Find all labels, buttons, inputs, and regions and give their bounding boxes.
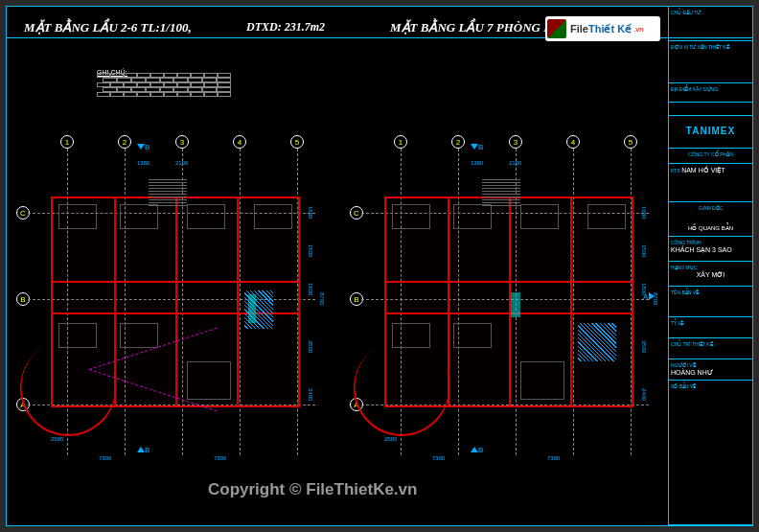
tb-owner-label: CHỦ ĐẦU TƯ: xyxy=(671,10,750,15)
furniture xyxy=(187,361,231,400)
notes-block: GHI CHÚ: xyxy=(97,61,231,100)
dim-right-outer: 8700 xyxy=(319,292,325,305)
drawing-sheet: MẶT BẰNG LẦU 2-6 TL:1/100, DTXD: 231.7m2… xyxy=(6,6,753,526)
grid-col-3: 3 xyxy=(509,135,522,149)
tb-arch-prefix: KTS xyxy=(671,168,680,173)
logo-text-2: Thiết Kế xyxy=(588,23,632,35)
dim-top-1: 1380 xyxy=(471,160,483,166)
bed xyxy=(520,204,559,229)
plan-area: DTXD: 231.7m2 xyxy=(246,20,325,35)
dim-small: 2500 xyxy=(384,436,397,442)
tb-signed: HỒ QUANG BẢN xyxy=(671,224,750,231)
tb-consultant-label: ĐƠN VỊ TƯ VẤN THIẾT KẾ: xyxy=(671,44,750,50)
tb-drawing-label: TÊN BẢN VẼ: xyxy=(671,289,750,295)
tb-phase-label: HẠNG MỤC: xyxy=(671,265,750,270)
tb-project: KHÁCH SẠN 3 SAO xyxy=(671,246,750,254)
brick-hatch-legend xyxy=(97,73,231,100)
floor-plan-7: 1 2 3 4 5 C B A B B A xyxy=(346,48,672,508)
dim-r4: 3500 xyxy=(308,340,313,353)
title-block: CHỦ ĐẦU TƯ: ĐƠN VỊ TƯ VẤN THIẾT KẾ: ĐỊA … xyxy=(668,7,752,525)
grid-col-2: 2 xyxy=(451,135,465,149)
tb-scale-label: TỶ LỆ: xyxy=(671,320,750,326)
tb-company-sub: CÔNG TY CỔ PHẦN xyxy=(688,151,733,157)
interior-wall xyxy=(237,198,239,405)
tb-project-label: CÔNG TRÌNH xyxy=(671,240,750,245)
plan-geometry-left: 1 2 3 4 5 C B A B B xyxy=(22,139,329,465)
grid-col-1: 1 xyxy=(394,135,407,149)
dim-right-outer: 8700 xyxy=(653,292,658,305)
grid-col-4: 4 xyxy=(566,135,580,149)
grid-col-5: 5 xyxy=(290,135,304,149)
interior-wall xyxy=(386,312,632,314)
plan-title-left: MẶT BẰNG LẦU 2-6 TL:1/100, xyxy=(24,20,192,35)
grid-col-2: 2 xyxy=(118,135,131,149)
dim-r5: 2400 xyxy=(641,388,647,401)
tb-checker-label: CHỦ TRÌ THIẾT KẾ: xyxy=(671,341,750,347)
staircase xyxy=(149,179,187,208)
tb-drafter: HOÀNG NHƯ xyxy=(671,369,750,377)
dim-r4: 3500 xyxy=(641,340,647,353)
staircase xyxy=(482,179,520,208)
interior-wall xyxy=(386,281,632,283)
hatch-area xyxy=(578,323,616,361)
bed xyxy=(254,204,292,229)
tb-director-label: GIÁM ĐỐC xyxy=(671,205,750,211)
tb-architect: NAM HỒ VIỆT xyxy=(681,167,724,173)
dim-top-2: 2100 xyxy=(175,160,188,166)
dim-top-2: 2100 xyxy=(509,160,521,166)
bed xyxy=(120,323,158,348)
dim-r2: 1500 xyxy=(308,244,313,257)
dim-bottom-1: 7300 xyxy=(432,455,445,461)
section-b-bot: B xyxy=(471,446,483,454)
elevator-shaft xyxy=(511,292,520,317)
interior-wall xyxy=(53,281,298,283)
watermark-copyright: Copyright © FileThietKe.vn xyxy=(208,480,417,499)
grid-col-3: 3 xyxy=(175,135,189,149)
dim-r3: 1800 xyxy=(308,283,313,295)
section-b-bot: B xyxy=(137,446,150,454)
dim-r3: 1800 xyxy=(641,283,647,295)
bed xyxy=(392,204,430,229)
dim-r1: 1680 xyxy=(308,206,313,219)
dim-bottom-2: 7300 xyxy=(214,455,226,461)
logo-tld: .vn xyxy=(633,25,644,34)
tb-drafter-label: NGƯỜI VẼ: xyxy=(671,362,750,368)
dim-small: 2500 xyxy=(51,436,63,442)
dim-r2: 1500 xyxy=(641,244,647,257)
dim-r1: 1680 xyxy=(641,206,647,219)
bed xyxy=(453,323,492,348)
plan-geometry-right: 1 2 3 4 5 C B A B B A xyxy=(356,139,662,465)
tb-sheet-label: SỐ BẢN VẼ xyxy=(671,383,750,389)
grid-col-1: 1 xyxy=(60,135,74,149)
dim-bottom-1: 7300 xyxy=(99,455,111,461)
grid-col-5: 5 xyxy=(624,135,637,149)
logo-text-1: File xyxy=(570,23,588,35)
dim-top-1: 1380 xyxy=(137,160,150,166)
interior-wall xyxy=(570,198,572,405)
drawing-area: GHI CHÚ: 1 2 3 4 5 C B A xyxy=(7,38,670,527)
bed xyxy=(187,204,225,229)
grid-col-4: 4 xyxy=(233,135,246,149)
interior-wall xyxy=(175,198,177,405)
dim-r5: 2400 xyxy=(308,388,313,401)
section-b-top: B xyxy=(471,143,483,151)
tb-location-label: ĐỊA ĐIỂM XÂY DỰNG: xyxy=(671,86,750,92)
floor-plan-2-6: GHI CHÚ: 1 2 3 4 5 C B A xyxy=(12,48,338,508)
furniture xyxy=(520,361,564,400)
dim-bottom-2: 7300 xyxy=(547,455,560,461)
logo-icon xyxy=(547,19,566,38)
section-b-top: B xyxy=(137,143,150,151)
elevator-shaft xyxy=(248,294,256,323)
bed xyxy=(58,204,97,229)
tb-phase: XÂY MỚI xyxy=(671,271,750,279)
bed xyxy=(587,204,626,229)
tb-company: TANIMEX xyxy=(669,116,752,149)
